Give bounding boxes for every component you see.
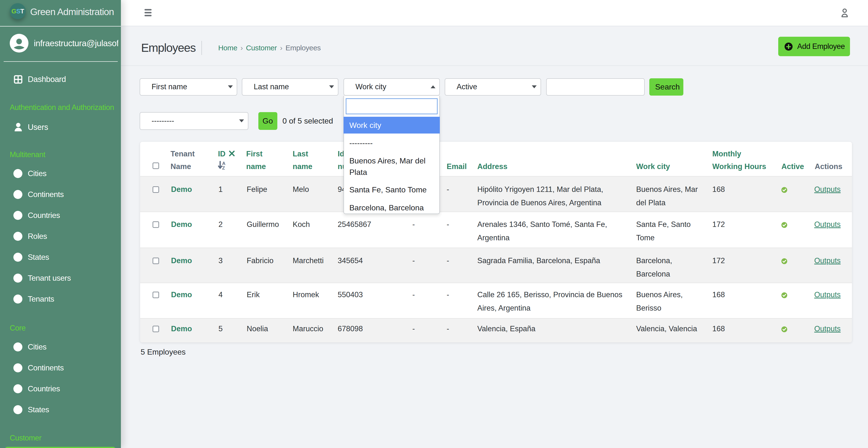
svg-text:A: A <box>222 161 225 166</box>
svg-text:Z: Z <box>222 165 225 170</box>
